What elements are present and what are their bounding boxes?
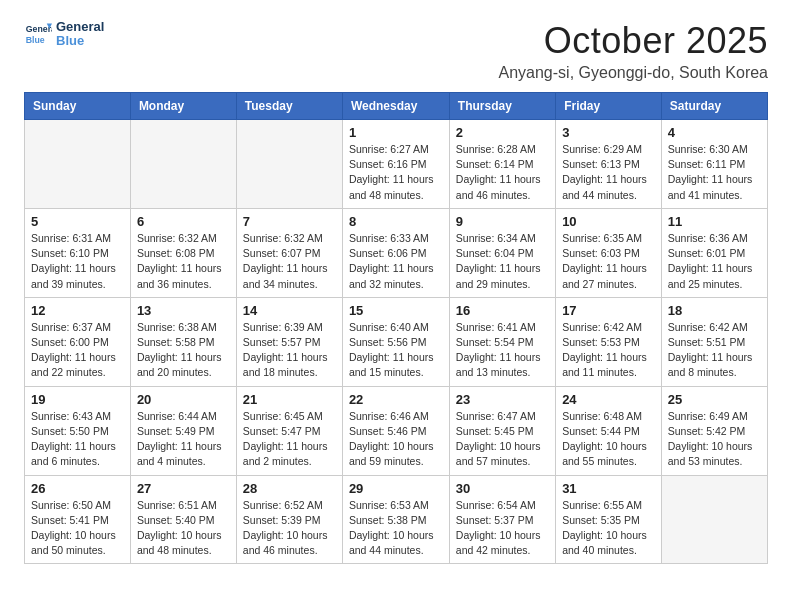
day-number: 24: [562, 392, 655, 407]
logo-blue: Blue: [56, 34, 104, 48]
day-info: Sunrise: 6:49 AM Sunset: 5:42 PM Dayligh…: [668, 409, 761, 470]
calendar-cell: 20Sunrise: 6:44 AM Sunset: 5:49 PM Dayli…: [130, 386, 236, 475]
day-number: 28: [243, 481, 336, 496]
day-info: Sunrise: 6:53 AM Sunset: 5:38 PM Dayligh…: [349, 498, 443, 559]
calendar-cell: 18Sunrise: 6:42 AM Sunset: 5:51 PM Dayli…: [661, 297, 767, 386]
day-number: 7: [243, 214, 336, 229]
weekday-header-friday: Friday: [556, 93, 662, 120]
day-info: Sunrise: 6:37 AM Sunset: 6:00 PM Dayligh…: [31, 320, 124, 381]
calendar-cell: 17Sunrise: 6:42 AM Sunset: 5:53 PM Dayli…: [556, 297, 662, 386]
logo-general: General: [56, 20, 104, 34]
day-number: 9: [456, 214, 549, 229]
day-info: Sunrise: 6:52 AM Sunset: 5:39 PM Dayligh…: [243, 498, 336, 559]
day-info: Sunrise: 6:50 AM Sunset: 5:41 PM Dayligh…: [31, 498, 124, 559]
day-number: 12: [31, 303, 124, 318]
weekday-header-sunday: Sunday: [25, 93, 131, 120]
calendar-cell: [25, 120, 131, 209]
calendar-cell: 28Sunrise: 6:52 AM Sunset: 5:39 PM Dayli…: [236, 475, 342, 564]
calendar-week-2: 5Sunrise: 6:31 AM Sunset: 6:10 PM Daylig…: [25, 208, 768, 297]
svg-text:Blue: Blue: [26, 35, 45, 45]
calendar-week-1: 1Sunrise: 6:27 AM Sunset: 6:16 PM Daylig…: [25, 120, 768, 209]
day-number: 25: [668, 392, 761, 407]
day-info: Sunrise: 6:31 AM Sunset: 6:10 PM Dayligh…: [31, 231, 124, 292]
calendar-cell: 25Sunrise: 6:49 AM Sunset: 5:42 PM Dayli…: [661, 386, 767, 475]
calendar-cell: 3Sunrise: 6:29 AM Sunset: 6:13 PM Daylig…: [556, 120, 662, 209]
calendar-cell: 10Sunrise: 6:35 AM Sunset: 6:03 PM Dayli…: [556, 208, 662, 297]
day-number: 30: [456, 481, 549, 496]
day-info: Sunrise: 6:44 AM Sunset: 5:49 PM Dayligh…: [137, 409, 230, 470]
calendar-cell: 6Sunrise: 6:32 AM Sunset: 6:08 PM Daylig…: [130, 208, 236, 297]
day-number: 23: [456, 392, 549, 407]
day-number: 4: [668, 125, 761, 140]
calendar-cell: 9Sunrise: 6:34 AM Sunset: 6:04 PM Daylig…: [449, 208, 555, 297]
month-title: October 2025: [499, 20, 769, 62]
day-info: Sunrise: 6:41 AM Sunset: 5:54 PM Dayligh…: [456, 320, 549, 381]
calendar-cell: 2Sunrise: 6:28 AM Sunset: 6:14 PM Daylig…: [449, 120, 555, 209]
day-number: 11: [668, 214, 761, 229]
calendar-cell: [236, 120, 342, 209]
calendar-cell: 22Sunrise: 6:46 AM Sunset: 5:46 PM Dayli…: [342, 386, 449, 475]
calendar-cell: 19Sunrise: 6:43 AM Sunset: 5:50 PM Dayli…: [25, 386, 131, 475]
calendar-cell: 30Sunrise: 6:54 AM Sunset: 5:37 PM Dayli…: [449, 475, 555, 564]
day-info: Sunrise: 6:38 AM Sunset: 5:58 PM Dayligh…: [137, 320, 230, 381]
day-number: 21: [243, 392, 336, 407]
weekday-header-wednesday: Wednesday: [342, 93, 449, 120]
calendar-week-4: 19Sunrise: 6:43 AM Sunset: 5:50 PM Dayli…: [25, 386, 768, 475]
day-number: 2: [456, 125, 549, 140]
day-info: Sunrise: 6:35 AM Sunset: 6:03 PM Dayligh…: [562, 231, 655, 292]
calendar-cell: [661, 475, 767, 564]
day-info: Sunrise: 6:46 AM Sunset: 5:46 PM Dayligh…: [349, 409, 443, 470]
weekday-header-tuesday: Tuesday: [236, 93, 342, 120]
day-number: 26: [31, 481, 124, 496]
day-info: Sunrise: 6:36 AM Sunset: 6:01 PM Dayligh…: [668, 231, 761, 292]
day-info: Sunrise: 6:42 AM Sunset: 5:51 PM Dayligh…: [668, 320, 761, 381]
location-title: Anyang-si, Gyeonggi-do, South Korea: [499, 64, 769, 82]
calendar-cell: 12Sunrise: 6:37 AM Sunset: 6:00 PM Dayli…: [25, 297, 131, 386]
day-info: Sunrise: 6:54 AM Sunset: 5:37 PM Dayligh…: [456, 498, 549, 559]
calendar-cell: 26Sunrise: 6:50 AM Sunset: 5:41 PM Dayli…: [25, 475, 131, 564]
day-info: Sunrise: 6:51 AM Sunset: 5:40 PM Dayligh…: [137, 498, 230, 559]
day-number: 13: [137, 303, 230, 318]
day-number: 15: [349, 303, 443, 318]
day-info: Sunrise: 6:32 AM Sunset: 6:08 PM Dayligh…: [137, 231, 230, 292]
calendar-cell: 5Sunrise: 6:31 AM Sunset: 6:10 PM Daylig…: [25, 208, 131, 297]
day-number: 10: [562, 214, 655, 229]
day-info: Sunrise: 6:48 AM Sunset: 5:44 PM Dayligh…: [562, 409, 655, 470]
weekday-header-saturday: Saturday: [661, 93, 767, 120]
weekday-header-thursday: Thursday: [449, 93, 555, 120]
day-number: 18: [668, 303, 761, 318]
calendar-cell: 31Sunrise: 6:55 AM Sunset: 5:35 PM Dayli…: [556, 475, 662, 564]
day-number: 19: [31, 392, 124, 407]
calendar-cell: 29Sunrise: 6:53 AM Sunset: 5:38 PM Dayli…: [342, 475, 449, 564]
day-info: Sunrise: 6:28 AM Sunset: 6:14 PM Dayligh…: [456, 142, 549, 203]
day-info: Sunrise: 6:45 AM Sunset: 5:47 PM Dayligh…: [243, 409, 336, 470]
calendar-week-5: 26Sunrise: 6:50 AM Sunset: 5:41 PM Dayli…: [25, 475, 768, 564]
calendar-cell: 4Sunrise: 6:30 AM Sunset: 6:11 PM Daylig…: [661, 120, 767, 209]
calendar-cell: 13Sunrise: 6:38 AM Sunset: 5:58 PM Dayli…: [130, 297, 236, 386]
day-number: 17: [562, 303, 655, 318]
logo: General Blue General Blue: [24, 20, 104, 49]
calendar-cell: 23Sunrise: 6:47 AM Sunset: 5:45 PM Dayli…: [449, 386, 555, 475]
day-number: 27: [137, 481, 230, 496]
day-number: 20: [137, 392, 230, 407]
day-number: 6: [137, 214, 230, 229]
calendar-title-area: October 2025 Anyang-si, Gyeonggi-do, Sou…: [499, 20, 769, 82]
day-info: Sunrise: 6:43 AM Sunset: 5:50 PM Dayligh…: [31, 409, 124, 470]
day-number: 5: [31, 214, 124, 229]
day-info: Sunrise: 6:39 AM Sunset: 5:57 PM Dayligh…: [243, 320, 336, 381]
day-number: 8: [349, 214, 443, 229]
calendar-table: SundayMondayTuesdayWednesdayThursdayFrid…: [24, 92, 768, 564]
day-number: 1: [349, 125, 443, 140]
day-info: Sunrise: 6:42 AM Sunset: 5:53 PM Dayligh…: [562, 320, 655, 381]
calendar-week-3: 12Sunrise: 6:37 AM Sunset: 6:00 PM Dayli…: [25, 297, 768, 386]
calendar-cell: 7Sunrise: 6:32 AM Sunset: 6:07 PM Daylig…: [236, 208, 342, 297]
day-info: Sunrise: 6:47 AM Sunset: 5:45 PM Dayligh…: [456, 409, 549, 470]
logo-icon: General Blue: [24, 20, 52, 48]
calendar-cell: 16Sunrise: 6:41 AM Sunset: 5:54 PM Dayli…: [449, 297, 555, 386]
day-info: Sunrise: 6:30 AM Sunset: 6:11 PM Dayligh…: [668, 142, 761, 203]
calendar-cell: 1Sunrise: 6:27 AM Sunset: 6:16 PM Daylig…: [342, 120, 449, 209]
day-info: Sunrise: 6:27 AM Sunset: 6:16 PM Dayligh…: [349, 142, 443, 203]
day-number: 16: [456, 303, 549, 318]
day-number: 29: [349, 481, 443, 496]
day-info: Sunrise: 6:29 AM Sunset: 6:13 PM Dayligh…: [562, 142, 655, 203]
